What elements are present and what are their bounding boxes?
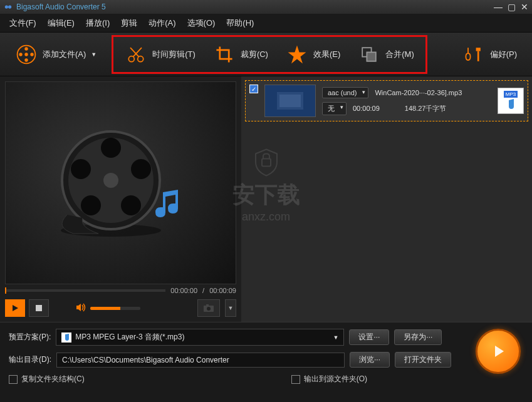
play-button[interactable] (5, 299, 25, 317)
svg-point-20 (131, 159, 151, 179)
file-list: ✓ aac (und) WinCam-2020···-02-36].mp3 无 … (241, 76, 532, 322)
camera-icon (203, 304, 214, 312)
file-item[interactable]: ✓ aac (und) WinCam-2020···-02-36].mp3 无 … (245, 80, 528, 121)
preset-dropdown[interactable]: MP3 MPEG Layer-3 音频(*.mp3) ▼ (56, 329, 344, 346)
preview-panel: 00:00:00 / 00:00:09 ▼ (0, 76, 241, 322)
settings-button[interactable]: 设置··· (349, 329, 389, 345)
window-controls: — ▢ ✕ (494, 3, 528, 11)
stop-icon (35, 304, 43, 312)
file-name: WinCam-2020···-02-36].mp3 (375, 89, 462, 96)
saveas-button[interactable]: 另存为··· (394, 329, 442, 345)
add-file-button[interactable]: 添加文件(A) ▼ (6, 38, 105, 71)
snapshot-dropdown[interactable]: ▼ (225, 299, 236, 317)
svg-point-23 (71, 159, 91, 179)
svg-point-22 (81, 195, 101, 215)
effect-button[interactable]: 效果(E) (277, 38, 349, 71)
menu-file[interactable]: 文件(F) (9, 18, 36, 29)
menu-options[interactable]: 选项(O) (187, 18, 216, 29)
menu-trim[interactable]: 剪辑 (121, 18, 137, 29)
time-current: 00:00:00 (170, 287, 197, 294)
menu-play[interactable]: 播放(I) (86, 18, 110, 29)
svg-point-8 (129, 56, 135, 61)
merge-label: 合并(M) (385, 49, 414, 60)
codec-dropdown[interactable]: aac (und) (322, 87, 368, 98)
svg-rect-31 (279, 95, 301, 107)
copy-structure-checkbox[interactable] (9, 375, 18, 384)
svg-point-6 (19, 53, 22, 56)
svg-point-7 (24, 53, 28, 56)
star-icon (286, 43, 308, 66)
menu-edit[interactable]: 编辑(E) (48, 18, 75, 29)
timeline: 00:00:00 / 00:00:09 (5, 287, 236, 294)
trim-label: 时间剪辑(T) (152, 49, 196, 60)
svg-point-19 (101, 138, 121, 158)
svg-point-1 (8, 5, 11, 8)
maximize-button[interactable]: ▢ (508, 3, 516, 11)
preferences-button[interactable]: 偏好(P) (454, 38, 526, 71)
edit-tools-highlight: 时间剪辑(T) 裁剪(C) 效果(E) 合并(M) (112, 35, 427, 74)
note-icon (504, 98, 518, 111)
titlebar: Bigasoft Audio Converter 5 — ▢ ✕ (0, 0, 532, 14)
crop-button[interactable]: 裁剪(C) (204, 38, 277, 71)
preview-viewport[interactable] (5, 81, 236, 284)
file-info: aac (und) WinCam-2020···-02-36].mp3 无 00… (322, 87, 491, 115)
scissors-icon (125, 43, 147, 66)
output-src-checkbox[interactable] (291, 375, 300, 384)
add-file-label: 添加文件(A) (43, 49, 86, 60)
svg-point-3 (24, 47, 28, 50)
mp3-small-icon (61, 332, 71, 343)
music-note-icon (150, 186, 185, 221)
effect-label: 效果(E) (313, 49, 340, 60)
pref-label: 偏好(P) (490, 49, 517, 60)
merge-icon (358, 43, 380, 66)
volume-slider[interactable] (90, 307, 140, 310)
crop-label: 裁剪(C) (241, 49, 268, 60)
merge-button[interactable]: 合并(M) (349, 38, 423, 71)
chevron-down-icon: ▼ (333, 334, 338, 341)
svg-point-24 (103, 173, 118, 188)
subtitle-dropdown[interactable]: 无 (322, 102, 347, 115)
svg-rect-13 (367, 52, 376, 61)
preview-reel-icon (48, 118, 174, 243)
menu-action[interactable]: 动作(A) (149, 18, 175, 29)
svg-point-0 (5, 5, 8, 8)
close-button[interactable]: ✕ (521, 3, 528, 11)
file-checkbox[interactable]: ✓ (249, 85, 258, 93)
main-area: 00:00:00 / 00:00:09 ▼ ✓ (0, 76, 532, 322)
output-path-field[interactable]: C:\Users\CS\Documents\Bigasoft Audio Con… (56, 353, 345, 368)
chevron-down-icon: ▼ (228, 305, 234, 311)
svg-point-5 (24, 58, 28, 61)
app-title: Bigasoft Audio Converter 5 (16, 3, 494, 11)
svg-point-9 (138, 56, 143, 61)
output-src-label: 输出到源文件夹(O) (304, 374, 367, 384)
menu-help[interactable]: 帮助(H) (226, 18, 254, 29)
film-reel-icon (15, 43, 38, 66)
svg-point-4 (30, 53, 33, 56)
file-duration: 00:00:09 (353, 105, 380, 112)
snapshot-button[interactable] (197, 299, 220, 317)
playback-controls: ▼ (5, 299, 236, 317)
mp3-badge: MP3 (504, 91, 518, 98)
trim-button[interactable]: 时间剪辑(T) (116, 38, 204, 71)
svg-point-27 (207, 307, 211, 311)
convert-button[interactable] (476, 329, 521, 374)
play-icon (11, 304, 19, 312)
copy-structure-label: 复制文件夹结构(C) (21, 374, 85, 384)
stop-button[interactable] (29, 299, 49, 317)
open-folder-button[interactable]: 打开文件夹 (395, 352, 451, 368)
svg-rect-25 (36, 305, 42, 311)
dropdown-icon: ▼ (91, 51, 96, 58)
svg-rect-28 (206, 304, 209, 306)
preset-label: 预置方案(P): (9, 332, 51, 343)
tools-icon (462, 43, 485, 66)
menubar: 文件(F) 编辑(E) 播放(I) 剪辑 动作(A) 选项(O) 帮助(H) (0, 14, 532, 33)
timeline-slider[interactable] (5, 289, 165, 292)
bottom-panel: 预置方案(P): MP3 MPEG Layer-3 音频(*.mp3) ▼ 设置… (0, 322, 532, 391)
toolbar: 添加文件(A) ▼ 时间剪辑(T) 裁剪(C) 效果(E) 合并(M) (0, 33, 532, 76)
app-icon (4, 3, 13, 11)
browse-button[interactable]: 浏览··· (350, 352, 390, 368)
minimize-button[interactable]: — (494, 3, 503, 11)
output-label: 输出目录(D): (9, 354, 51, 365)
format-icon: MP3 (498, 88, 524, 114)
volume-icon (75, 302, 86, 314)
